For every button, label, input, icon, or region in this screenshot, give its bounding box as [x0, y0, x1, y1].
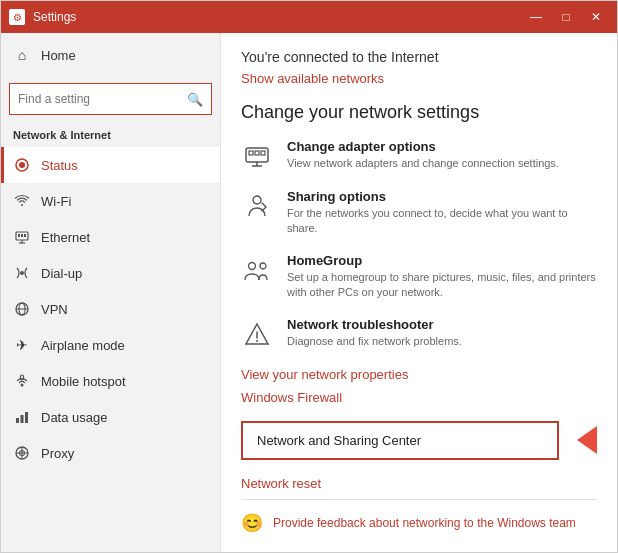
sidebar-item-wifi[interactable]: Wi-Fi — [1, 183, 220, 219]
sharing-icon — [241, 191, 273, 223]
sidebar-item-vpn-label: VPN — [41, 302, 68, 317]
titlebar-left: ⚙ Settings — [9, 9, 76, 25]
windows-firewall-link[interactable]: Windows Firewall — [241, 390, 597, 405]
homegroup-desc: Set up a homegroup to share pictures, mu… — [287, 270, 597, 301]
settings-window: ⚙ Settings — □ ✕ ⌂ Home 🔍 Network & Inte… — [0, 0, 618, 553]
search-icon: 🔍 — [187, 92, 203, 107]
svg-point-12 — [21, 384, 24, 387]
close-button[interactable]: ✕ — [583, 7, 609, 27]
sidebar-item-status[interactable]: Status — [1, 147, 220, 183]
adapter-title: Change adapter options — [287, 139, 559, 154]
sidebar-item-airplane[interactable]: ✈ Airplane mode — [1, 327, 220, 363]
vpn-icon — [13, 300, 31, 318]
sidebar-item-ethernet-label: Ethernet — [41, 230, 90, 245]
home-icon: ⌂ — [13, 46, 31, 64]
troubleshooter-item[interactable]: Network troubleshooter Diagnose and fix … — [241, 317, 597, 351]
troubleshooter-icon — [241, 319, 273, 351]
svg-rect-23 — [255, 151, 259, 155]
adapter-options-item[interactable]: Change adapter options View network adap… — [241, 139, 597, 173]
feedback-link[interactable]: Provide feedback about networking to the… — [273, 516, 576, 530]
network-properties-link[interactable]: View your network properties — [241, 367, 597, 382]
sidebar-item-proxy[interactable]: Proxy — [1, 435, 220, 471]
wifi-icon — [13, 192, 31, 210]
sidebar-item-proxy-label: Proxy — [41, 446, 74, 461]
svg-point-31 — [256, 340, 258, 342]
sidebar-item-dialup[interactable]: Dial-up — [1, 255, 220, 291]
svg-point-28 — [249, 262, 256, 269]
svg-rect-14 — [16, 418, 19, 423]
sidebar-item-datausage[interactable]: Data usage — [1, 399, 220, 435]
minimize-button[interactable]: — — [523, 7, 549, 27]
troubleshooter-text: Network troubleshooter Diagnose and fix … — [287, 317, 462, 349]
main-content: ⌂ Home 🔍 Network & Internet Status — [1, 33, 617, 552]
datausage-icon — [13, 408, 31, 426]
app-icon: ⚙ — [9, 9, 25, 25]
sidebar-item-wifi-label: Wi-Fi — [41, 194, 71, 209]
sidebar-item-hotspot-label: Mobile hotspot — [41, 374, 126, 389]
svg-rect-7 — [24, 234, 26, 237]
sidebar-item-home-label: Home — [41, 48, 76, 63]
svg-point-1 — [19, 162, 25, 168]
homegroup-item[interactable]: HomeGroup Set up a homegroup to share pi… — [241, 253, 597, 301]
status-icon — [13, 156, 31, 174]
dialup-icon — [13, 264, 31, 282]
search-input[interactable] — [18, 92, 187, 106]
red-arrow-icon — [577, 426, 597, 454]
svg-rect-16 — [25, 412, 28, 423]
sidebar-item-dialup-label: Dial-up — [41, 266, 82, 281]
homegroup-title: HomeGroup — [287, 253, 597, 268]
sidebar-item-airplane-label: Airplane mode — [41, 338, 125, 353]
feedback-item[interactable]: 😊 Provide feedback about networking to t… — [241, 512, 597, 534]
troubleshooter-title: Network troubleshooter — [287, 317, 462, 332]
adapter-icon — [241, 141, 273, 173]
adapter-desc: View network adapters and change connect… — [287, 156, 559, 171]
troubleshooter-desc: Diagnose and fix network problems. — [287, 334, 462, 349]
show-networks-link[interactable]: Show available networks — [241, 71, 597, 86]
feedback-icon: 😊 — [241, 512, 263, 534]
svg-point-8 — [20, 271, 24, 275]
status-text: You're connected to the Internet — [241, 49, 597, 65]
svg-rect-15 — [21, 415, 24, 423]
sidebar-item-status-label: Status — [41, 158, 78, 173]
section-heading: Change your network settings — [241, 102, 597, 123]
network-reset-link[interactable]: Network reset — [241, 476, 597, 491]
hotspot-icon — [13, 372, 31, 390]
sidebar-item-vpn[interactable]: VPN — [1, 291, 220, 327]
sharing-title: Sharing options — [287, 189, 597, 204]
airplane-icon: ✈ — [13, 336, 31, 354]
sidebar-section-title: Network & Internet — [1, 125, 220, 147]
adapter-text: Change adapter options View network adap… — [287, 139, 559, 171]
maximize-button[interactable]: □ — [553, 7, 579, 27]
homegroup-text: HomeGroup Set up a homegroup to share pi… — [287, 253, 597, 301]
main-panel: You're connected to the Internet Show av… — [221, 33, 617, 552]
svg-point-29 — [260, 263, 266, 269]
svg-rect-13 — [21, 375, 24, 380]
ethernet-icon — [13, 228, 31, 246]
homegroup-icon — [241, 255, 273, 287]
sidebar-item-home[interactable]: ⌂ Home — [1, 37, 220, 73]
svg-rect-5 — [18, 234, 20, 237]
search-box[interactable]: 🔍 — [9, 83, 212, 115]
divider — [241, 499, 597, 500]
proxy-icon — [13, 444, 31, 462]
sidebar-item-hotspot[interactable]: Mobile hotspot — [1, 363, 220, 399]
svg-point-27 — [253, 196, 261, 204]
sidebar: ⌂ Home 🔍 Network & Internet Status — [1, 33, 221, 552]
window-controls: — □ ✕ — [523, 7, 609, 27]
network-sharing-center-label: Network and Sharing Center — [257, 433, 421, 448]
network-sharing-center-box[interactable]: Network and Sharing Center — [241, 421, 559, 460]
sidebar-item-datausage-label: Data usage — [41, 410, 108, 425]
svg-rect-24 — [261, 151, 265, 155]
titlebar: ⚙ Settings — □ ✕ — [1, 1, 617, 33]
sharing-desc: For the networks you connect to, decide … — [287, 206, 597, 237]
svg-rect-22 — [249, 151, 253, 155]
window-title: Settings — [33, 10, 76, 24]
sharing-options-item[interactable]: Sharing options For the networks you con… — [241, 189, 597, 237]
sharing-text: Sharing options For the networks you con… — [287, 189, 597, 237]
sidebar-item-ethernet[interactable]: Ethernet — [1, 219, 220, 255]
svg-rect-6 — [21, 234, 23, 237]
